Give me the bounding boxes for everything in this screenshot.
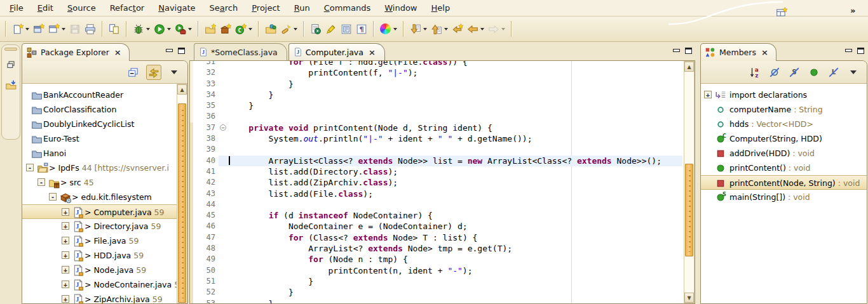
new-package-button[interactable] <box>218 20 233 38</box>
new-class-button[interactable]: C <box>233 20 254 38</box>
code-text[interactable]: System.out.println("|-" + ident + " " + … <box>229 133 532 144</box>
member-item-computer-string-hdd-[interactable]: CComputer(String, HDD) <box>701 131 867 146</box>
tree-item-doublylinkedcycliclist[interactable]: DoublyLinkedCyclicList <box>22 117 187 131</box>
sash-right[interactable] <box>696 43 699 304</box>
external-tools-button[interactable] <box>173 20 194 38</box>
code-line-47[interactable]: 47 for (Class<? extends Node> T : list) … <box>190 232 682 243</box>
debug-button[interactable] <box>131 20 152 38</box>
code-line-38[interactable]: 38 System.out.println("|-" + ident + " "… <box>190 133 682 144</box>
member-item-printcontent-node-string-[interactable]: printContent(Node, String) : void <box>701 175 867 190</box>
view-menu-button[interactable] <box>846 65 860 79</box>
member-item-main-string-[interactable]: Smain(String[]) : void <box>701 190 867 204</box>
close-icon[interactable]: × <box>114 48 121 57</box>
member-item-import-declarations[interactable]: +import declarations <box>701 88 867 102</box>
tree-item-node-java[interactable]: +J> Node.java 59 <box>22 263 187 277</box>
code-text[interactable]: printContent(f, "|-"); <box>229 67 417 78</box>
chevron-down-icon[interactable] <box>423 28 427 30</box>
menu-commands[interactable]: Commands <box>317 1 378 15</box>
code-line-42[interactable]: 42 list.add(ZipArchiv.class); <box>190 177 682 188</box>
menu-window[interactable]: Window <box>377 1 424 15</box>
code-line-32[interactable]: 32 printContent(f, "|-"); <box>190 67 682 78</box>
show-whitespace-button[interactable]: ¶ <box>354 20 369 38</box>
code-line-35[interactable]: 35 } <box>190 100 682 111</box>
tree-item-ipdfs[interactable]: -> IpdFs 44 [https://svnserver.i <box>22 161 187 175</box>
hide-fields-button[interactable] <box>768 65 782 79</box>
code-line-51[interactable]: 51 } <box>190 276 682 287</box>
scroll-up-arrow[interactable]: ▲ <box>684 62 694 72</box>
tree-item-hanoi[interactable]: Hanoi <box>22 146 187 161</box>
new-button[interactable] <box>10 20 31 38</box>
forward-button[interactable] <box>486 20 507 38</box>
run-task-button[interactable] <box>308 20 323 38</box>
code-text[interactable]: for (Node n : tmp) { <box>229 254 408 265</box>
menu-edit[interactable]: Edit <box>31 1 60 15</box>
maximize-button[interactable] <box>178 48 185 54</box>
fold-column[interactable]: − <box>219 122 229 133</box>
code-line-31[interactable]: 31 for (File f : hdd.get(File.class)) { <box>190 61 682 67</box>
package-explorer-tab[interactable]: Package Explorer × <box>22 43 130 61</box>
minimize-button[interactable] <box>673 48 680 54</box>
expand-icon[interactable]: + <box>62 208 69 216</box>
menu-search[interactable]: Search <box>203 1 245 15</box>
chevron-down-icon[interactable] <box>62 28 65 30</box>
code-text[interactable]: } <box>229 79 294 89</box>
fast-view-folder-button[interactable] <box>4 79 17 91</box>
search-button[interactable] <box>278 20 299 38</box>
code-text[interactable]: ArrayList<Class<? extends Node>> list = … <box>229 155 661 166</box>
code-line-36[interactable]: 36 <box>190 111 682 122</box>
menu-project[interactable]: Project <box>245 1 287 15</box>
menu-help[interactable]: Help <box>424 1 458 15</box>
code-line-44[interactable]: 44 <box>190 199 682 210</box>
code-line-49[interactable]: 49 for (Node n : tmp) { <box>190 254 682 265</box>
menu-run[interactable]: Run <box>287 1 317 15</box>
chevron-down-icon[interactable] <box>146 28 150 30</box>
minimize-button[interactable] <box>845 48 852 54</box>
new-wizard-button[interactable] <box>46 20 67 38</box>
tree-item-computer-java[interactable]: +J> Computer.java 59 <box>22 204 187 219</box>
editor-tab-computer-java[interactable]: JComputer.java× <box>288 43 385 60</box>
open-perspective-button[interactable] <box>774 4 789 22</box>
member-item-adddrive-hdd-[interactable]: addDrive(HDD) : void <box>701 146 867 161</box>
chevron-down-icon[interactable] <box>501 28 505 30</box>
collapse-icon[interactable]: - <box>49 193 57 201</box>
code-line-45[interactable]: 45 if (d instanceof NodeContainer) { <box>190 210 682 221</box>
close-icon[interactable]: × <box>369 48 376 57</box>
color-palette-button[interactable] <box>378 20 399 38</box>
code-line-40[interactable]: 40 ArrayList<Class<? extends Node>> list… <box>190 155 682 166</box>
tree-item-nodecontainer-java[interactable]: +J> NodeContainer.java 59 <box>22 277 187 292</box>
code-text[interactable]: for (File f : hdd.get(File.class)) { <box>229 61 468 67</box>
editor-tab--someclass-java[interactable]: J*SomeClass.java <box>194 43 287 60</box>
code-text[interactable]: } <box>229 276 313 287</box>
previous-annotation-button[interactable] <box>429 20 450 38</box>
expand-icon[interactable]: + <box>62 222 69 230</box>
view-menu-icon[interactable] <box>171 70 177 74</box>
close-icon[interactable]: × <box>761 48 768 57</box>
link-with-editor-button[interactable] <box>146 65 161 80</box>
collapse-icon[interactable]: - <box>26 164 34 171</box>
code-line-43[interactable]: 43 list.add(File.class); <box>190 188 682 199</box>
chevron-down-icon[interactable] <box>248 28 252 30</box>
tree-item-hdd-java[interactable]: +J> HDD.java 59 <box>22 248 187 263</box>
expand-icon[interactable]: + <box>704 91 712 98</box>
members-tab[interactable]: Members × <box>700 43 776 61</box>
maximize-button[interactable] <box>685 48 692 54</box>
tree-item-directory-java[interactable]: +J> Directory.java 59 <box>22 219 187 234</box>
scroll-up-arrow[interactable]: ▲ <box>177 84 187 95</box>
last-edit-location-button[interactable] <box>450 20 465 38</box>
editor-scrollbar[interactable]: ▲ ▼ <box>684 61 695 303</box>
print-button[interactable] <box>83 20 98 38</box>
show-source-button[interactable] <box>339 20 354 38</box>
open-type-button[interactable] <box>263 20 278 38</box>
code-text[interactable]: for (Class<? extends Node> T : list) { <box>229 232 477 243</box>
collapse-all-button[interactable] <box>126 65 140 79</box>
code-text[interactable]: list.add(File.class); <box>229 188 373 199</box>
minimize-button[interactable] <box>166 48 173 54</box>
member-item-hdds[interactable]: hdds : Vector<HDD> <box>701 117 867 131</box>
maximize-button[interactable] <box>857 48 864 54</box>
code-text[interactable]: } <box>229 100 254 111</box>
copy-view-button[interactable] <box>107 20 122 38</box>
fold-collapse-icon[interactable]: − <box>220 124 226 131</box>
code-line-52[interactable]: 52 } <box>190 287 682 298</box>
code-text[interactable]: ArrayList<? extends Node> tmp = e.get(T)… <box>229 243 512 254</box>
chevron-down-icon[interactable] <box>393 28 397 30</box>
